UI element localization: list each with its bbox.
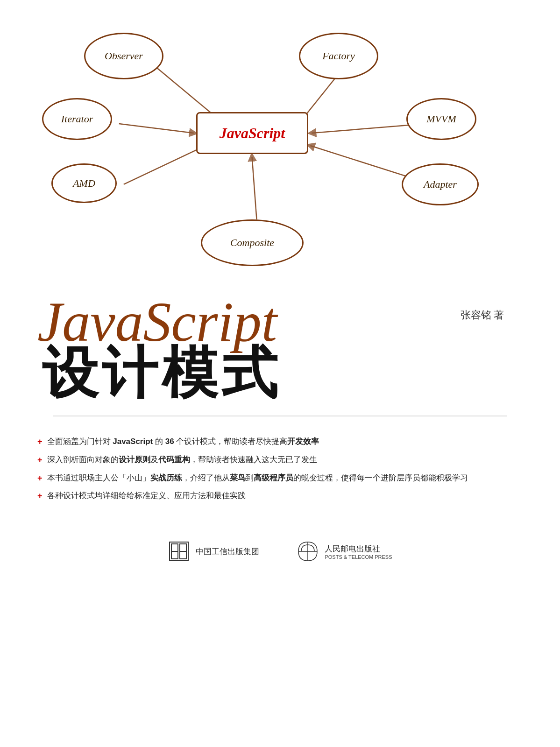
bubble-composite-label: Composite [230, 237, 274, 249]
bullet-item-3: + 本书通过职场主人公「小山」实战历练，介绍了他从菜鸟到高级程序员的蜕变过程，使… [37, 472, 523, 485]
bubble-iterator: Iterator [42, 98, 112, 140]
bullet-text-4: 各种设计模式均详细给给标准定义、应用方法和最佳实践 [47, 489, 523, 502]
title-section: JavaScript 张容铭 著 设计模式 [28, 289, 532, 411]
bullet-text-2: 深入剖析面向对象的设计原则及代码重构，帮助读者快速融入这大无已了发生 [47, 453, 523, 466]
bullet-text-3: 本书通过职场主人公「小山」实战历练，介绍了他从菜鸟到高级程序员的蜕变过程，使得每… [47, 472, 523, 484]
bubble-factory-label: Factory [322, 50, 355, 62]
svg-line-6 [124, 146, 206, 184]
bold-practice: 实战历练 [150, 473, 182, 482]
bullet-item-4: + 各种设计模式均详细给给标准定义、应用方法和最佳实践 [37, 489, 523, 503]
publisher-section: 中国工信出版集团 人民邮电出版社 POSTS & TELECOM PRESS [28, 531, 532, 572]
bubble-observer: Observer [84, 33, 163, 79]
bullet-item-1: + 全面涵盖为门针对 JavaScript 的 36 个设计模式，帮助读者尽快提… [37, 435, 523, 449]
svg-line-4 [119, 124, 194, 133]
bullet-plus-1: + [37, 435, 43, 449]
bubble-amd-label: AMD [73, 177, 95, 190]
publisher-item-2: 人民邮电出版社 POSTS & TELECOM PRESS [297, 540, 392, 563]
bullet-plus-3: + [37, 472, 43, 485]
bullet-plus-4: + [37, 489, 43, 503]
bullet-item-2: + 深入剖析面向对象的设计原则及代码重构，帮助读者快速融入这大无已了发生 [37, 453, 523, 467]
section-divider [53, 416, 507, 416]
bubble-adapter: Adapter [402, 163, 479, 205]
bubble-adapter-label: Adapter [424, 178, 457, 190]
bold-javascript: JavaScript [113, 437, 153, 446]
publisher-item-1: 中国工信出版集团 [168, 540, 259, 563]
publisher-logo-1 [168, 540, 190, 563]
bold-design-principles: 设计原则 [119, 455, 150, 464]
publisher-logo-2 [297, 540, 319, 563]
bubble-mvvm-label: MVVM [426, 113, 456, 125]
center-box: JavaScript [196, 112, 308, 154]
bubble-mvvm: MVVM [406, 98, 476, 140]
bubble-factory: Factory [299, 33, 378, 79]
bubble-observer-label: Observer [105, 50, 143, 62]
bold-dev-efficiency: 开发效率 [287, 437, 319, 446]
bullet-plus-2: + [37, 453, 43, 467]
bubble-amd: AMD [51, 163, 117, 203]
publisher-name-1: 中国工信出版集团 [196, 546, 259, 557]
publisher-name-2: 人民邮电出版社 POSTS & TELECOM PRESS [325, 543, 392, 560]
author-text: 张容铭 著 [461, 309, 504, 321]
bullets-section: + 全面涵盖为门针对 JavaScript 的 36 个设计模式，帮助读者尽快提… [28, 426, 532, 517]
svg-line-8 [252, 157, 257, 219]
bold-novice: 菜鸟 [230, 473, 246, 482]
diagram-section: Observer Factory Iterator MVVM AMD Adapt… [28, 19, 532, 280]
bullet-text-1: 全面涵盖为门针对 JavaScript 的 36 个设计模式，帮助读者尽快提高开… [47, 435, 523, 448]
bubble-iterator-label: Iterator [61, 113, 93, 125]
bubble-composite: Composite [201, 219, 304, 266]
author-block: 张容铭 著 [461, 308, 504, 322]
js-title: JavaScript [37, 294, 277, 350]
bold-refactor: 代码重构 [158, 455, 190, 464]
chinese-title: 设计模式 [37, 345, 532, 402]
bold-senior: 高级程序员 [254, 473, 293, 482]
book-cover: Observer Factory Iterator MVVM AMD Adapt… [0, 0, 560, 747]
center-box-label: JavaScript [220, 125, 285, 142]
bold-36: 36 [165, 437, 174, 446]
